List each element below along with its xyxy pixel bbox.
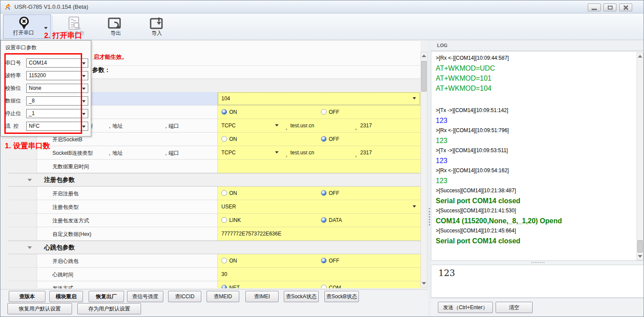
- minimize-button[interactable]: [588, 3, 601, 11]
- socket-address-field[interactable]: test.usr.cn: [290, 123, 314, 129]
- params-scrollbar[interactable]: [420, 52, 427, 287]
- socket-address-field[interactable]: test.usr.cn: [290, 150, 314, 156]
- table-row-reg-packet-type[interactable]: 注册包类型USER: [8, 200, 420, 214]
- chevron-down-icon[interactable]: [275, 151, 279, 153]
- save-user-defaults-button[interactable]: 存为用户默认设置: [77, 303, 141, 314]
- radio-on[interactable]: [221, 136, 227, 142]
- chevron-down-icon[interactable]: [413, 97, 416, 99]
- radio-data[interactable]: [321, 217, 327, 223]
- radio-off[interactable]: [321, 258, 327, 263]
- radio-off[interactable]: [321, 190, 327, 196]
- socket-proto-combo[interactable]: TCPC: [221, 123, 236, 129]
- table-row-reg-packet-enable[interactable]: 开启注册包ONOFF: [8, 187, 420, 200]
- radio-on[interactable]: [221, 258, 227, 263]
- row-value-cell[interactable]: NETCOM: [217, 281, 420, 288]
- send-button[interactable]: 发送（Ctrl+Enter）: [438, 302, 493, 313]
- dropdown-arrow-icon[interactable]: [44, 27, 48, 29]
- table-row-socketb-connection[interactable]: SocketB连接类型，地址，端口TCPC，test.usr.cn，2317: [8, 146, 420, 160]
- row-label-cell: 开启注册包: [37, 187, 217, 200]
- log-input-splitter[interactable]: [431, 261, 644, 265]
- doc-search-icon: [67, 16, 82, 31]
- log-line-rx: AT+WKMOD=UDC: [436, 63, 632, 73]
- radio-on[interactable]: [221, 190, 227, 196]
- row-label-cell: 无数据重启时间: [37, 160, 217, 173]
- export-button[interactable]: 导出: [100, 14, 131, 39]
- row-value-cell[interactable]: ONOFF: [217, 133, 420, 146]
- scrollbar-thumb[interactable]: [421, 61, 427, 92]
- row-value-cell[interactable]: ONOFF: [217, 254, 420, 268]
- row-value-cell[interactable]: ONOFF: [217, 187, 420, 200]
- row-value-cell[interactable]: TCPC，test.usr.cn，2317: [217, 119, 420, 133]
- check-sockb-status-button[interactable]: 查SockB状态: [324, 291, 359, 302]
- radio-net[interactable]: [221, 285, 227, 288]
- close-button[interactable]: [619, 3, 632, 11]
- row-value-cell[interactable]: 7777772E7573722E636E: [217, 227, 420, 241]
- splitter-handle[interactable]: [531, 262, 544, 263]
- table-row-custom-data-hex[interactable]: 自定义数据(Hex)7777772E7573722E636E: [8, 227, 420, 241]
- send-input-area[interactable]: 123: [431, 265, 644, 298]
- chevron-down-icon[interactable]: [82, 126, 86, 128]
- chevron-down-icon[interactable]: [82, 100, 86, 102]
- open-serial-label: 打开串口: [3, 29, 44, 37]
- row-label: 注册包类型: [52, 204, 79, 211]
- socket-port-field[interactable]: 2317: [360, 123, 372, 129]
- chevron-down-icon[interactable]: [275, 124, 279, 126]
- chevron-down-icon[interactable]: [82, 75, 86, 77]
- log-output-area[interactable]: >[Rx <-][COM14][10:09:44:587]AT+WKMOD=UD…: [431, 51, 644, 261]
- table-row-heartbeat-time[interactable]: 心跳时间30: [8, 268, 420, 281]
- scrollbar-thumb[interactable]: [637, 240, 643, 252]
- log-panel: LOG >[Rx <-][COM14][10:09:44:587]AT+WKMO…: [431, 40, 644, 317]
- check-socka-status-button[interactable]: 查SockA状态: [284, 291, 319, 302]
- row-label: 开启SocketB: [52, 136, 83, 143]
- row-value-cell[interactable]: USER: [217, 200, 420, 214]
- chevron-down-icon[interactable]: [82, 62, 86, 65]
- row-value-cell[interactable]: LINKDATA: [217, 214, 420, 227]
- radio-off[interactable]: [321, 109, 327, 115]
- scroll-down-icon[interactable]: [638, 255, 642, 258]
- log-line-meta: >[Rx <-][COM14][10:09:44:587]: [436, 53, 632, 63]
- restore-user-defaults-button[interactable]: 恢复用户默认设置: [7, 303, 72, 314]
- maximize-button[interactable]: [603, 3, 616, 11]
- socket-proto-combo[interactable]: TCPC: [221, 150, 236, 156]
- chevron-down-icon[interactable]: [28, 179, 32, 181]
- log-line-success: COM14 (115200,None,_8,_1,20) Opend: [436, 216, 632, 226]
- radio-label: OFF: [329, 258, 339, 264]
- row-value-cell[interactable]: 104: [217, 92, 420, 106]
- chevron-down-icon[interactable]: [28, 246, 32, 249]
- check-meid-button[interactable]: 查MEID: [207, 291, 239, 302]
- scroll-up-icon[interactable]: [638, 55, 642, 58]
- check-iccid-button[interactable]: 查ICCID: [168, 291, 201, 302]
- chevron-down-icon[interactable]: [413, 205, 416, 208]
- check-imei-button[interactable]: 查IMEI: [245, 291, 279, 302]
- row-label: 心跳时间: [52, 271, 73, 279]
- row-value-cell[interactable]: 30: [217, 268, 420, 281]
- table-row-reg-packet-send-mode[interactable]: 注册包发送方式LINKDATA: [8, 214, 420, 227]
- module-restart-button[interactable]: 模块重启: [49, 291, 83, 302]
- table-row-heartbeat-enable[interactable]: 开启心跳包ONOFF: [8, 254, 420, 268]
- table-row-send-mode[interactable]: 发送方式NETCOM: [8, 281, 420, 288]
- splitter-handle[interactable]: [429, 208, 430, 225]
- table-row-no-data-restart[interactable]: 无数据重启时间: [8, 160, 420, 173]
- scroll-up-icon[interactable]: [422, 55, 426, 57]
- import-button[interactable]: 导入: [141, 14, 172, 39]
- radio-link[interactable]: [221, 217, 227, 223]
- check-signal-button[interactable]: 查信号强度: [127, 291, 163, 302]
- check-version-button[interactable]: 查版本: [9, 291, 45, 302]
- chevron-down-icon[interactable]: [82, 88, 86, 90]
- log-header: LOG: [431, 40, 644, 51]
- row-value-cell[interactable]: [217, 160, 420, 173]
- panel-splitter[interactable]: [428, 40, 431, 317]
- radio-on[interactable]: [221, 109, 227, 115]
- radio-label: LINK: [229, 217, 241, 223]
- socket-port-field[interactable]: 2317: [360, 150, 372, 156]
- radio-com[interactable]: [321, 285, 327, 288]
- clear-button[interactable]: 清空: [496, 302, 533, 313]
- scroll-down-icon[interactable]: [422, 282, 426, 285]
- factory-reset-button[interactable]: 恢复出厂: [89, 291, 124, 302]
- row-value-cell[interactable]: TCPC，test.usr.cn，2317: [217, 146, 420, 160]
- log-scrollbar[interactable]: [637, 52, 644, 260]
- row-value-cell[interactable]: ONOFF: [217, 106, 420, 119]
- chevron-down-icon[interactable]: [82, 113, 86, 115]
- radio-off[interactable]: [321, 136, 327, 142]
- combo-value: 104: [221, 95, 230, 102]
